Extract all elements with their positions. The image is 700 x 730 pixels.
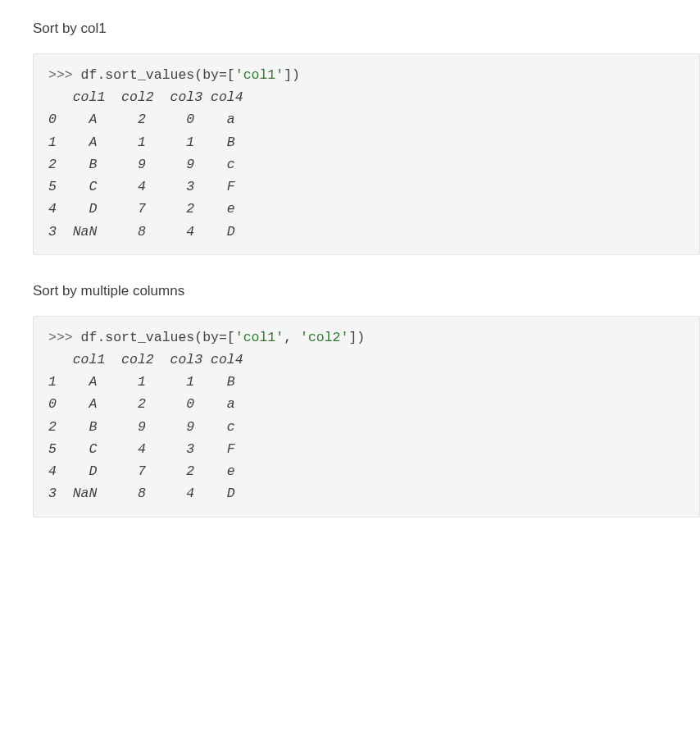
code-pre: >>> df.sort_values(by=['col1']) col1 col… bbox=[48, 64, 684, 243]
code-block: >>> df.sort_values(by=['col1']) col1 col… bbox=[33, 53, 700, 255]
repl-prompt: >>> bbox=[48, 330, 81, 345]
section-intro: Sort by col1 bbox=[33, 21, 700, 37]
code-output: col1 col2 col3 col4 0 A 2 0 a 1 A 1 1 B … bbox=[48, 89, 243, 239]
code-output: col1 col2 col3 col4 1 A 1 1 B 0 A 2 0 a … bbox=[48, 352, 243, 501]
code-block: >>> df.sort_values(by=['col1', 'col2']) … bbox=[33, 316, 700, 518]
code-text: df.sort_values(by=[ bbox=[81, 330, 235, 345]
code-text: ]) bbox=[348, 330, 365, 345]
repl-prompt: >>> bbox=[48, 67, 81, 83]
code-string: 'col2' bbox=[300, 330, 348, 345]
code-pre: >>> df.sort_values(by=['col1', 'col2']) … bbox=[48, 326, 684, 505]
code-string: 'col1' bbox=[235, 67, 284, 83]
section-intro: Sort by multiple columns bbox=[33, 283, 700, 299]
code-text: df.sort_values(by=[ bbox=[81, 67, 235, 83]
code-text: ]) bbox=[284, 67, 300, 83]
code-string: 'col1' bbox=[235, 330, 284, 345]
code-sep: , bbox=[284, 330, 300, 345]
